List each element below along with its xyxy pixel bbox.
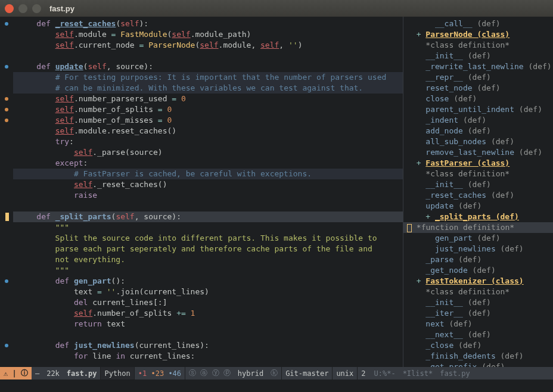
outline-item[interactable]: __init__ (def) (403, 179, 553, 190)
code-line[interactable]: return text (13, 319, 403, 329)
outline-item[interactable]: *class definition* (403, 169, 553, 179)
outline-item[interactable]: *function definition* (403, 222, 553, 233)
code-line[interactable]: # FastParser is cached, be careful with … (13, 169, 403, 179)
gutter-marker (0, 18, 13, 29)
gutter-marker (0, 287, 13, 297)
code-line[interactable]: self.number_parsers_used = 0 (13, 94, 403, 104)
code-line[interactable]: # can be minimized. With these variables… (13, 83, 403, 94)
code-line[interactable]: self.number_of_splits = 0 (13, 104, 403, 115)
code-line[interactable]: # For testing purposes: It is important … (13, 72, 403, 83)
outline-item[interactable]: _parse (def) (403, 254, 553, 265)
outline-item[interactable]: reset_node (def) (403, 83, 553, 94)
code-line[interactable]: def gen_part(): (13, 276, 403, 287)
code-line[interactable]: self._parse(source) (13, 147, 403, 158)
gutter-marker (0, 254, 13, 265)
code-line[interactable]: Split the source code into different par… (13, 233, 403, 244)
window-minimize-icon[interactable] (18, 4, 27, 13)
outline-item[interactable]: _indent (def) (403, 115, 553, 126)
window-maximize-icon[interactable] (32, 4, 41, 13)
outline-item[interactable]: _get_node (def) (403, 265, 553, 276)
code-line[interactable]: def just_newlines(current_lines): (13, 340, 403, 351)
gutter-marker (0, 40, 13, 51)
outline-item[interactable]: __repr__ (def) (403, 72, 553, 83)
outline-item[interactable]: parent_until_indent (def) (403, 104, 553, 115)
outline-item[interactable]: gen_part (def) (403, 233, 553, 244)
code-line[interactable]: self._reset_caches() (13, 179, 403, 190)
outline-item[interactable]: __init__ (def) (403, 297, 553, 308)
code-line[interactable]: """ (13, 222, 403, 233)
gutter-marker (0, 72, 13, 83)
gutter-marker (0, 319, 13, 329)
editor-pane[interactable]: def _reset_caches(self): self.module = F… (0, 17, 403, 367)
gutter-marker (0, 297, 13, 308)
gutter-marker (0, 104, 13, 115)
modeline-filename: fast.py (63, 367, 101, 379)
modeline-right-mode: *Ilist* (399, 367, 437, 379)
window-close-icon[interactable] (5, 4, 14, 13)
code-line[interactable]: def _split_parts(self, source): (13, 211, 403, 222)
gutter-marker (0, 179, 13, 190)
outline-item[interactable]: _rewrite_last_newline (def) (403, 61, 553, 72)
modeline-flycheck[interactable]: •1 •23 •46 (134, 367, 185, 379)
outline-item[interactable]: next (def) (403, 319, 553, 329)
modeline-major-mode[interactable]: Python (100, 367, 133, 379)
modeline-warn-badge[interactable]: ⚠ | ⓘ (0, 367, 32, 379)
modeline-hybrid: hybrid (234, 367, 267, 379)
cursor-icon (407, 224, 412, 232)
modeline: ⚠ | ⓘ — 22k fast.py Python •1 •23 •46 ⓢ … (0, 367, 553, 379)
code-area[interactable]: def _reset_caches(self): self.module = F… (13, 17, 403, 367)
gutter-marker (0, 83, 13, 94)
code-line[interactable]: self.current_node = ParserNode(self.modu… (13, 40, 403, 51)
outline-item[interactable]: remove_last_newline (def) (403, 147, 553, 158)
code-line[interactable]: self.module.reset_caches() (13, 126, 403, 136)
outline-item[interactable]: _get_prefix (def) (403, 362, 553, 367)
outline-item[interactable]: __next__ (def) (403, 329, 553, 340)
code-line[interactable] (13, 51, 403, 61)
outline-item[interactable]: + _split_parts (def) (403, 211, 553, 222)
outline-item[interactable]: _finish_dedents (def) (403, 351, 553, 362)
outline-item[interactable]: __init__ (def) (403, 51, 553, 61)
code-line[interactable]: text = ''.join(current_lines) (13, 287, 403, 297)
code-line[interactable]: not everything. (13, 254, 403, 265)
code-line[interactable]: try: (13, 136, 403, 147)
modeline-git[interactable]: Git-master (281, 367, 332, 379)
outline-item[interactable]: all_sub_nodes (def) (403, 136, 553, 147)
code-line[interactable]: self.number_of_splits += 1 (13, 308, 403, 319)
outline-item[interactable]: + FastParser (class) (403, 158, 553, 169)
outline-item[interactable]: *class definition* (403, 40, 553, 51)
outline-pane[interactable]: __call__ (def) + ParserNode (class) *cla… (403, 17, 553, 367)
gutter-marker (0, 329, 13, 340)
code-line[interactable]: def update(self, source): (13, 61, 403, 72)
outline-item[interactable]: + FastTokenizer (class) (403, 276, 553, 287)
outline-item[interactable]: *class definition* (403, 287, 553, 297)
code-line[interactable]: for line in current_lines: (13, 351, 403, 362)
minibuffer[interactable] (0, 379, 553, 392)
gutter-marker (0, 169, 13, 179)
outline-item[interactable]: + ParserNode (class) (403, 29, 553, 40)
outline-item[interactable]: _close (def) (403, 340, 553, 351)
modeline-minor-1: ⓢ ⓐ ⓨ ⓟ (185, 367, 234, 379)
outline-item[interactable]: __iter__ (def) (403, 308, 553, 319)
code-line[interactable] (13, 329, 403, 340)
outline-item[interactable]: update (def) (403, 201, 553, 211)
code-line[interactable]: def _reset_caches(self): (13, 18, 403, 29)
code-line[interactable]: """ (13, 265, 403, 276)
code-line[interactable]: raise (13, 190, 403, 201)
outline-item[interactable]: add_node (def) (403, 126, 553, 136)
gutter-marker (0, 190, 13, 201)
code-line[interactable]: self.module = FastModule(self.module_pat… (13, 29, 403, 40)
modeline-dash: — (32, 367, 43, 379)
code-line[interactable]: parse each part seperately and therefore… (13, 244, 403, 254)
titlebar: fast.py (0, 0, 553, 17)
gutter-marker (0, 147, 13, 158)
modeline-right-file: fast.py (436, 367, 474, 379)
outline-item[interactable]: close (def) (403, 94, 553, 104)
outline-item[interactable]: _reset_caches (def) (403, 190, 553, 201)
gutter-marker (0, 29, 13, 40)
outline-item[interactable]: __call__ (def) (403, 18, 553, 29)
code-line[interactable]: except: (13, 158, 403, 169)
code-line[interactable]: self.number_of_misses = 0 (13, 115, 403, 126)
code-line[interactable] (13, 201, 403, 211)
code-line[interactable]: del current_lines[:] (13, 297, 403, 308)
outline-item[interactable]: just_newlines (def) (403, 244, 553, 254)
